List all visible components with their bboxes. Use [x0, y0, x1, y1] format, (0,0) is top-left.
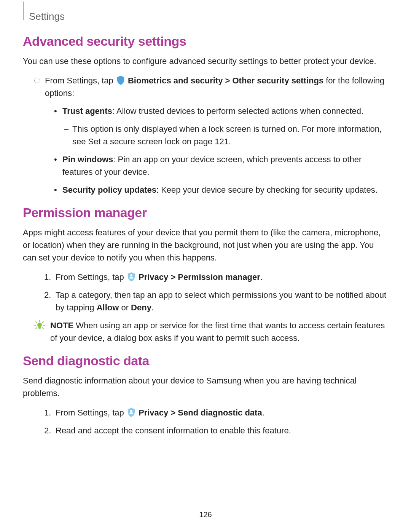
number: 1. [44, 406, 51, 419]
bullet-security-policy: Security policy updates: Keep your devic… [54, 184, 388, 196]
step-1-diagnostic: 1. From Settings, tap Privacy > Send dia… [44, 406, 388, 419]
text: . [151, 303, 154, 312]
text: on page 121. [180, 137, 231, 146]
dash-trust-agents-note: This option is only displayed when a loc… [64, 123, 388, 148]
number: 2. [44, 424, 51, 437]
text: : Keep your device secure by checking fo… [156, 185, 378, 195]
text-bold: Permission manager [178, 272, 260, 282]
note-text: When using an app or service for the fir… [50, 321, 385, 343]
note-permission: NOTE When using an app or service for th… [23, 319, 388, 344]
svg-point-8 [37, 323, 42, 327]
step-2-diagnostic: 2. Read and accept the consent informati… [44, 424, 388, 437]
text-bold: Privacy [139, 272, 168, 282]
header-divider [23, 2, 24, 20]
svg-point-0 [130, 275, 132, 277]
text-bold: Other security settings [233, 76, 324, 85]
text: : Allow trusted devices to perform selec… [112, 106, 363, 116]
text-bold: Allow [97, 303, 119, 312]
heading-advanced-security: Advanced security settings [23, 34, 388, 49]
header-title: Settings [29, 9, 65, 22]
chevron: > [168, 272, 178, 282]
text-bold: Deny [131, 303, 151, 312]
header: Settings [23, 9, 388, 22]
text: From Settings, tap [56, 272, 126, 282]
step-2-permission: 2. Tap a category, then tap an app to se… [44, 289, 388, 314]
svg-rect-9 [38, 327, 41, 329]
link-secure-screen-lock[interactable]: Set a secure screen lock [88, 137, 180, 146]
number: 1. [44, 271, 51, 283]
text-bold: Biometrics and security [128, 76, 223, 85]
number: 2. [44, 289, 51, 301]
text: . [262, 408, 264, 417]
bullet-pin-windows: Pin windows: Pin an app on your device s… [54, 153, 388, 178]
step-1-permission: 1. From Settings, tap Privacy > Permissi… [44, 271, 388, 283]
svg-point-10 [130, 410, 132, 412]
text: From Settings, tap [45, 76, 116, 85]
svg-line-7 [43, 328, 44, 329]
circle-bullet-icon [34, 78, 40, 83]
text: From Settings, tap [56, 408, 126, 417]
shield-icon [116, 75, 125, 85]
svg-line-3 [43, 322, 44, 323]
svg-line-2 [36, 322, 37, 323]
text-bold: Privacy [139, 408, 168, 417]
heading-send-diagnostic: Send diagnostic data [23, 353, 388, 368]
page-number: 126 [0, 510, 411, 519]
bullet-trust-agents: Trust agents: Allow trusted devices to p… [54, 105, 388, 117]
svg-line-6 [36, 328, 37, 329]
text: or [119, 303, 131, 312]
text: Read and accept the consent information … [56, 426, 291, 435]
intro-advanced-security: You can use these options to configure a… [23, 55, 388, 67]
privacy-icon [127, 407, 135, 417]
heading-permission-manager: Permission manager [23, 205, 388, 220]
from-settings-item: From Settings, tap Biometrics and securi… [23, 74, 388, 99]
from-settings-content: From Settings, tap Biometrics and securi… [45, 74, 388, 99]
chevron: > [168, 408, 178, 417]
note-label: NOTE [50, 321, 73, 330]
text-bold: Send diagnostic data [178, 408, 262, 417]
note-content: NOTE When using an app or service for th… [50, 319, 388, 344]
label: Trust agents [62, 106, 112, 116]
label: Security policy updates [62, 185, 156, 195]
chevron: > [223, 76, 232, 85]
label: Pin windows [62, 155, 113, 164]
lightbulb-icon [34, 320, 45, 331]
text: . [260, 272, 263, 282]
privacy-icon [127, 272, 135, 282]
intro-send-diagnostic: Send diagnostic information about your d… [23, 374, 388, 399]
intro-permission-manager: Apps might access features of your devic… [23, 226, 388, 264]
